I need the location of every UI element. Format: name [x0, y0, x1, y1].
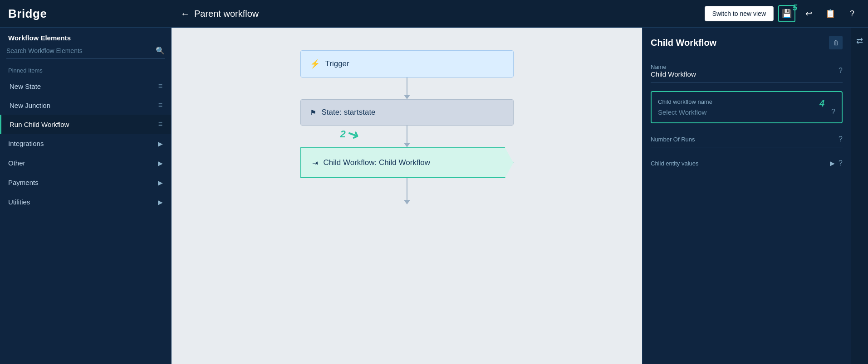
- right-panel-body: Name Child Workflow ? 4 Child workflow n…: [642, 56, 851, 178]
- search-bar[interactable]: 🔍: [6, 46, 165, 59]
- header-left: Bridge: [0, 7, 172, 21]
- notes-icon: 📋: [825, 9, 835, 19]
- delete-icon: 🗑: [833, 39, 839, 46]
- sidebar-item-run-child-workflow[interactable]: Run Child Workflow ≡: [0, 115, 171, 134]
- number-of-runs-label: Number Of Runs: [651, 136, 695, 143]
- state-icon: ⚑: [310, 108, 316, 117]
- drag-handle-icon: ≡: [158, 120, 163, 128]
- undo-button[interactable]: ↩: [800, 5, 817, 22]
- child-workflow-help-icon[interactable]: ?: [831, 108, 835, 116]
- connector-2-wrapper: 2 ➜: [404, 126, 410, 147]
- right-panel-title: Child Workflow: [651, 38, 716, 48]
- step5-badge: 5: [793, 3, 797, 13]
- child-entity-values-row: Child entity values ▶ ?: [651, 155, 843, 171]
- trigger-node[interactable]: ⚡ Trigger: [300, 50, 514, 78]
- connector-3: [404, 178, 410, 204]
- trigger-icon: ⚡: [310, 59, 320, 69]
- sidebar-item-label: New State: [10, 83, 158, 90]
- sidebar-item-utilities[interactable]: Utilities ▶: [0, 192, 171, 212]
- name-label: Name: [651, 63, 696, 70]
- name-field-group: Name Child Workflow ?: [651, 63, 843, 83]
- header-center: ← Parent workflow: [172, 9, 705, 19]
- connector-line: [407, 78, 407, 96]
- connector-line-2: [407, 126, 407, 144]
- step4-badge: 4: [819, 98, 824, 109]
- name-field-row: Name Child Workflow ?: [651, 63, 843, 83]
- child-workflow-select[interactable]: Select Workflow: [658, 108, 706, 116]
- number-of-runs-row: Number Of Runs ?: [651, 131, 843, 147]
- sidebar-item-label: Integrations: [8, 140, 44, 147]
- header: Bridge ← Parent workflow Switch to new v…: [0, 0, 868, 28]
- sidebar-item-new-state[interactable]: New State ≡: [0, 77, 171, 96]
- sidebar-item-new-junction[interactable]: New Junction ≡: [0, 96, 171, 115]
- far-right-panel: ⇄: [851, 28, 868, 364]
- state-label: State: startstate: [322, 108, 376, 117]
- help-button[interactable]: ?: [843, 5, 861, 22]
- sidebar-section-title: Workflow Elements: [0, 28, 171, 46]
- sidebar-item-other[interactable]: Other ▶: [0, 153, 171, 173]
- header-right: Switch to new view 💾 5 ↩ 📋 ?: [705, 5, 868, 22]
- right-panel-header: Child Workflow 🗑: [642, 28, 851, 56]
- connector-1: [404, 78, 410, 99]
- state-node[interactable]: ⚑ State: startstate: [300, 99, 514, 126]
- number-of-runs-help-icon[interactable]: ?: [839, 135, 843, 143]
- page-title: Parent workflow: [194, 9, 259, 19]
- child-workflow-node[interactable]: ⇥ Child Workflow: Child Workflow: [300, 147, 514, 178]
- sidebar-item-label: Utilities: [8, 198, 30, 206]
- panel-toggle-icon[interactable]: ⇄: [853, 32, 867, 49]
- main-layout: Workflow Elements 🔍 Pinned Items New Sta…: [0, 28, 868, 364]
- save-button[interactable]: 💾 5: [778, 5, 795, 22]
- right-panel: Child Workflow 🗑 Name Child Workflow ? 4: [642, 28, 851, 364]
- step2-annotation: 2 ➜: [340, 126, 360, 140]
- chevron-right-icon: ▶: [158, 140, 163, 147]
- step2-arrow-icon: ➜: [345, 124, 362, 145]
- name-help-icon[interactable]: ?: [839, 67, 843, 75]
- trigger-label: Trigger: [325, 59, 349, 68]
- connector-line-3: [407, 178, 407, 201]
- child-workflow-name-field[interactable]: 4 Child workflow name Select Workflow ?: [651, 91, 843, 123]
- child-entity-expand-icon[interactable]: ▶: [830, 160, 835, 167]
- canvas-area: ⚡ Trigger ⚑ State: startstate 2 ➜: [172, 28, 642, 364]
- child-entity-help-icon[interactable]: ?: [839, 159, 843, 167]
- canvas-inner: ⚡ Trigger ⚑ State: startstate 2 ➜: [172, 28, 642, 364]
- child-workflow-icon: ⇥: [312, 159, 318, 167]
- child-workflow-name-label: Child workflow name: [658, 98, 835, 105]
- sidebar-item-integrations[interactable]: Integrations ▶: [0, 134, 171, 153]
- delete-button[interactable]: 🗑: [829, 36, 843, 49]
- child-workflow-label: Child Workflow: Child Workflow: [324, 158, 431, 167]
- pinned-items-label: Pinned Items: [0, 65, 171, 77]
- help-icon: ?: [850, 9, 854, 19]
- back-button[interactable]: ←: [181, 9, 190, 19]
- chevron-right-icon: ▶: [158, 179, 163, 186]
- brand-title: Bridge: [8, 7, 47, 21]
- chevron-right-icon: ▶: [158, 160, 163, 167]
- switch-view-button[interactable]: Switch to new view: [705, 6, 774, 21]
- sidebar-item-label: Run Child Workflow: [10, 121, 158, 128]
- undo-icon: ↩: [805, 9, 812, 19]
- save-icon: 💾: [782, 9, 792, 19]
- sidebar-item-label: New Junction: [10, 102, 158, 109]
- sidebar-item-label: Other: [8, 159, 25, 167]
- sidebar-item-payments[interactable]: Payments ▶: [0, 173, 171, 192]
- drag-handle-icon: ≡: [158, 101, 163, 109]
- sidebar: Workflow Elements 🔍 Pinned Items New Sta…: [0, 28, 172, 364]
- child-entity-values-label: Child entity values: [651, 160, 699, 167]
- notes-button[interactable]: 📋: [822, 5, 839, 22]
- search-icon: 🔍: [156, 46, 165, 55]
- sidebar-item-label: Payments: [8, 179, 39, 186]
- name-value: Child Workflow: [651, 70, 696, 78]
- drag-handle-icon: ≡: [158, 82, 163, 90]
- name-field-content: Name Child Workflow: [651, 63, 696, 78]
- child-entity-values-controls: ▶ ?: [830, 159, 843, 167]
- chevron-right-icon: ▶: [158, 199, 163, 206]
- search-input[interactable]: [6, 47, 156, 54]
- step2-badge: 2: [340, 128, 346, 140]
